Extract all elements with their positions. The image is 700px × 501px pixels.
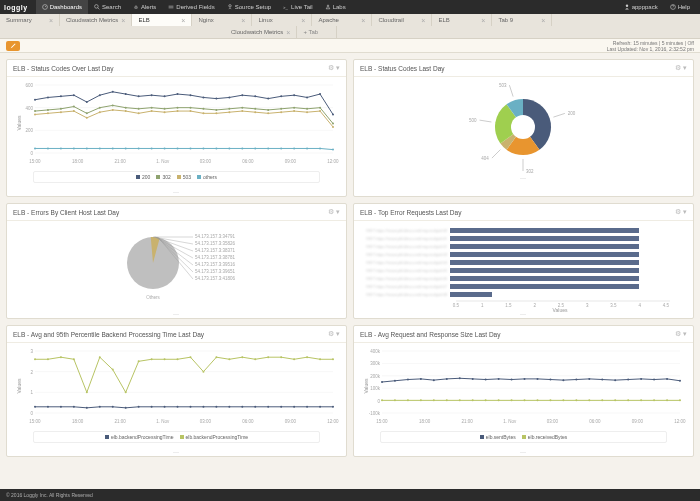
close-icon[interactable]: × [541,17,545,24]
nav-live-tail[interactable]: >_ Live Tail [277,0,319,14]
gear-icon[interactable]: ⚙ ▾ [675,64,687,72]
resize-handle[interactable]: ⋯ [7,447,346,456]
close-icon[interactable]: × [361,17,365,24]
resize-handle[interactable]: ⋯ [354,447,693,456]
close-icon[interactable]: × [286,29,290,36]
nav-source-setup[interactable]: Source Setup [221,0,277,14]
legend-item[interactable]: 503 [177,174,191,180]
nav-search[interactable]: Search [88,0,127,14]
tab-tab-9[interactable]: Tab 9× [492,14,552,26]
nav-label: Labs [333,4,346,10]
hbar-row: GET https://example/obscured/request/pat… [360,291,677,298]
svg-line-3 [98,8,100,10]
close-icon[interactable]: × [49,17,53,24]
svg-text:12:00: 12:00 [327,159,339,164]
dashboard-toolbar: Refresh: 15 minutes | 5 minutes | Off La… [0,39,700,53]
refresh-info[interactable]: Refresh: 15 minutes | 5 minutes | Off La… [607,40,694,52]
svg-text:21:00: 21:00 [115,419,127,424]
help-menu[interactable]: ? Help [664,0,696,14]
svg-text:0.5: 0.5 [453,303,460,308]
gear-icon[interactable]: ⚙ ▾ [328,208,340,216]
svg-text:200: 200 [25,128,33,133]
legend-item[interactable]: 302 [156,174,170,180]
legend-item[interactable]: elb.receivedBytes [522,434,567,440]
svg-text:1: 1 [481,303,484,308]
brand-logo: loggly [4,4,28,11]
hbar-row: GET https://example/obscured/request/pat… [360,251,677,258]
tab-label: Apache [318,17,338,23]
tail-icon: >_ [283,4,289,10]
tab-label: Nginx [198,17,213,23]
svg-text:18:00: 18:00 [419,419,431,424]
close-icon[interactable]: × [421,17,425,24]
svg-point-6 [229,5,231,7]
svg-text:400: 400 [25,106,33,111]
nav-label: Search [102,4,121,10]
topbar: loggly Dashboards Search Alerts Derived … [0,0,700,14]
footer: © 2016 Loggly Inc. All Rights Reserved [0,489,700,501]
tab--tab[interactable]: + Tab [297,26,337,38]
legend-item[interactable]: elb.sentBytes [480,434,516,440]
tab-cloudtrail[interactable]: Cloudtrail× [372,14,432,26]
tab-linux[interactable]: Linux× [252,14,312,26]
close-icon[interactable]: × [241,17,245,24]
tab-cloudwatch-metrics[interactable]: Cloudwatch Metrics× [60,14,132,26]
tab-row: Summary×Cloudwatch Metrics×ELB×Nginx×Lin… [0,14,700,39]
nav-derived-fields[interactable]: Derived Fields [162,0,220,14]
pencil-icon [10,42,17,49]
tab-apache[interactable]: Apache× [312,14,372,26]
svg-text:0: 0 [30,411,33,416]
tab-nginx[interactable]: Nginx× [192,14,252,26]
close-icon[interactable]: × [121,17,125,24]
tab-elb[interactable]: ELB× [132,14,192,26]
footer-text: © 2016 Loggly Inc. All Rights Reserved [6,492,93,498]
nav-labs[interactable]: Labs [319,0,352,14]
gear-icon[interactable]: ⚙ ▾ [675,208,687,216]
chart-legend: elb.sentByteselb.receivedBytes [380,431,667,443]
svg-text:100k: 100k [370,386,381,391]
legend-item[interactable]: others [197,174,217,180]
source-icon [227,4,233,10]
svg-text:0: 0 [30,151,33,156]
help-label: Help [678,4,690,10]
tab-summary[interactable]: Summary× [0,14,60,26]
tab-elb[interactable]: ELB× [432,14,492,26]
tab-label: ELB [138,17,149,23]
close-icon[interactable]: × [181,17,185,24]
gear-icon[interactable]: ⚙ ▾ [328,64,340,72]
tab-label: Tab 9 [498,17,513,23]
svg-text:54.173.157.3:38371: 54.173.157.3:38371 [195,248,236,253]
svg-text:3.5: 3.5 [610,303,617,308]
legend-item[interactable]: elb.backendProcessingTime [105,434,174,440]
nav-dashboards[interactable]: Dashboards [36,0,88,14]
svg-text:18:00: 18:00 [72,159,84,164]
close-icon[interactable]: × [301,17,305,24]
legend-item[interactable]: elb.backendProcessingTime [180,434,249,440]
svg-text:09:00: 09:00 [632,419,644,424]
search-icon [94,4,100,10]
resize-handle[interactable]: ⋯ [7,187,346,196]
chart-legend: elb.backendProcessingTimeelb.backendProc… [33,431,320,443]
svg-text:400k: 400k [370,349,381,354]
panel-status-codes-day: ELB - Status Codes Last Day ⚙ ▾ 20030240… [353,59,694,197]
edit-dashboard-button[interactable] [6,41,20,51]
svg-text:15:00: 15:00 [29,159,41,164]
panel-title: ELB - Avg and 95th Percentile Backend Pr… [13,331,204,338]
hbar-row: GET https://example/obscured/request/pat… [360,283,677,290]
svg-text:4: 4 [638,303,641,308]
gear-icon[interactable]: ⚙ ▾ [328,330,340,338]
svg-text:302: 302 [526,169,534,173]
svg-text:4.5: 4.5 [663,303,670,308]
nav-alerts[interactable]: Alerts [127,0,162,14]
tab-cloudwatch-metrics[interactable]: Cloudwatch Metrics× [225,26,297,38]
chart-legend: 200302503others [33,171,320,183]
svg-text:54.173.157.3:38781: 54.173.157.3:38781 [195,255,236,260]
svg-text:06:00: 06:00 [242,419,254,424]
user-icon [624,4,630,10]
close-icon[interactable]: × [481,17,485,24]
nav-label: Source Setup [235,4,271,10]
svg-text:06:00: 06:00 [589,419,601,424]
gear-icon[interactable]: ⚙ ▾ [675,330,687,338]
user-menu[interactable]: appppack [618,0,664,14]
legend-item[interactable]: 200 [136,174,150,180]
